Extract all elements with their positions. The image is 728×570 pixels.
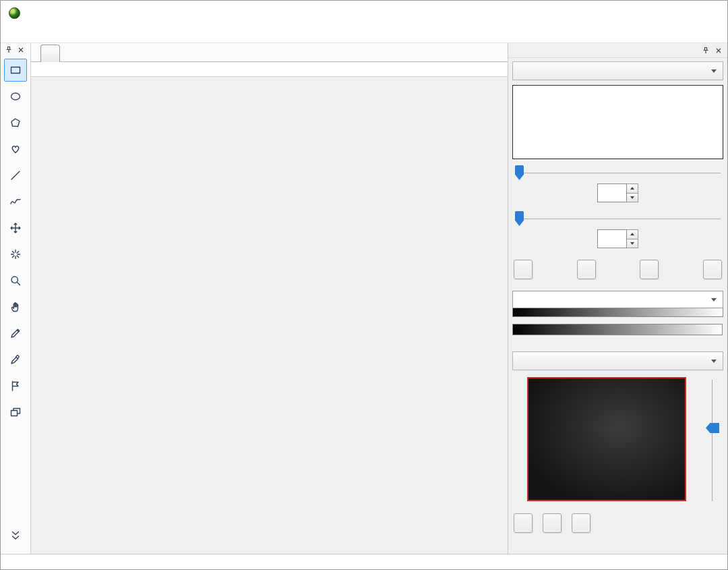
navigator-section-header[interactable] — [512, 351, 723, 370]
zoom-tool-icon — [9, 274, 22, 287]
histogram-section-header[interactable] — [512, 61, 723, 80]
min-level-input[interactable] — [597, 229, 627, 248]
ellipse-select-icon — [9, 90, 22, 103]
window-tool-icon — [9, 405, 22, 419]
maximize-button[interactable] — [660, 1, 694, 25]
range-0-255-button[interactable] — [514, 260, 533, 279]
navigator-zoom-track — [712, 380, 712, 501]
navigator-body — [508, 374, 727, 507]
app-window — [0, 0, 728, 570]
min-level-spinbox — [597, 229, 638, 248]
chevron-down-icon — [711, 69, 717, 73]
widgets-panel — [508, 43, 727, 554]
window-controls — [626, 1, 727, 25]
menu-item-ibook[interactable] — [156, 31, 169, 36]
slider-track — [515, 219, 721, 219]
normal-button[interactable] — [572, 513, 590, 533]
max-level-slider[interactable] — [515, 165, 721, 181]
double-chevron-down-icon — [9, 529, 22, 542]
tool-pencil[interactable] — [4, 322, 27, 345]
main-area — [1, 43, 727, 554]
min-slider-handle[interactable] — [515, 211, 524, 226]
freehand-select-icon — [9, 142, 22, 156]
tool-pan[interactable] — [4, 295, 27, 318]
tool-line[interactable] — [4, 164, 27, 187]
navigator-thumbnail[interactable] — [527, 377, 686, 501]
close-pane-icon[interactable] — [16, 46, 25, 55]
more-tools-button[interactable] — [4, 524, 27, 547]
tab-bar — [31, 43, 508, 62]
binary-coins-image — [111, 191, 425, 440]
eyedropper-icon — [9, 353, 22, 366]
menu-item-process[interactable] — [48, 31, 61, 36]
widgets-panel-header — [508, 43, 727, 58]
image-info-bar — [31, 62, 508, 77]
close-button[interactable] — [694, 1, 727, 25]
histogram-plot — [512, 85, 723, 159]
tool-zoom[interactable] — [4, 269, 27, 292]
tool-bar — [1, 43, 31, 554]
apply-button[interactable] — [514, 513, 533, 533]
tool-freehand-select[interactable] — [4, 138, 27, 161]
flag-tool-icon — [9, 379, 22, 393]
curve-tool-icon — [9, 195, 22, 208]
menu-item-plugins[interactable] — [115, 31, 129, 36]
minimize-button[interactable] — [626, 1, 660, 25]
tool-move[interactable] — [4, 217, 27, 239]
pencil-icon — [9, 326, 22, 340]
imagepy-logo-icon — [9, 7, 20, 19]
spin-down-button[interactable] — [627, 194, 638, 203]
tab-coins[interactable] — [40, 45, 60, 62]
slice-button[interactable] — [640, 260, 659, 279]
max-level-spinbox — [597, 183, 638, 202]
tool-flag[interactable] — [4, 374, 27, 397]
fit-button[interactable] — [543, 513, 562, 533]
navigator-buttons — [514, 513, 722, 533]
line-tool-icon — [9, 169, 22, 182]
tool-ellipse-select[interactable] — [4, 85, 27, 108]
spin-down-button[interactable] — [627, 239, 638, 249]
document-area — [31, 43, 508, 554]
menu-item-file[interactable] — [7, 31, 21, 36]
max-slider-handle[interactable] — [515, 165, 524, 180]
tool-window[interactable] — [4, 401, 27, 424]
min-level-slider[interactable] — [515, 210, 721, 227]
menu-item-image[interactable] — [34, 31, 48, 36]
menu-item-help[interactable] — [142, 31, 156, 36]
tool-curve[interactable] — [4, 190, 27, 213]
navigator-zoom-slider-handle[interactable] — [706, 423, 719, 433]
min-max-button[interactable] — [577, 260, 596, 279]
menu-item-table[interactable] — [88, 31, 102, 36]
max-level-input[interactable] — [597, 183, 627, 202]
colormap-scale-bar — [512, 324, 723, 335]
polygon-select-icon — [9, 116, 22, 130]
pin-icon[interactable] — [4, 46, 13, 55]
pin-icon[interactable] — [701, 46, 710, 55]
tool-polygon-select[interactable] — [4, 111, 27, 134]
image-canvas[interactable] — [31, 77, 508, 554]
chevron-down-icon — [711, 360, 717, 363]
spin-up-button[interactable] — [627, 229, 638, 239]
spin-up-button[interactable] — [627, 183, 638, 194]
menu-item-selection[interactable] — [61, 31, 75, 36]
colormap-gradient-preview — [512, 308, 723, 317]
colormap-scale-row — [512, 324, 723, 335]
menu-bar — [1, 25, 727, 43]
stack-button[interactable] — [703, 260, 722, 279]
title-bar — [1, 1, 727, 25]
tool-rect-select[interactable] — [4, 59, 27, 82]
pan-hand-icon — [9, 300, 22, 314]
menu-item-analysis[interactable] — [75, 31, 88, 36]
slider-track — [515, 173, 721, 173]
max-level-row — [515, 183, 721, 202]
colormap-select[interactable] — [512, 291, 723, 308]
close-pane-icon[interactable] — [714, 46, 723, 55]
menu-item-window[interactable] — [129, 31, 142, 36]
menu-item-kit3d[interactable] — [102, 31, 115, 36]
tool-magic-wand[interactable] — [4, 243, 27, 266]
tool-eyedropper[interactable] — [4, 348, 27, 371]
rect-select-icon — [9, 63, 22, 77]
menu-item-edit[interactable] — [21, 31, 34, 36]
status-bar — [1, 554, 727, 569]
toolbar-pane-header — [1, 43, 30, 57]
